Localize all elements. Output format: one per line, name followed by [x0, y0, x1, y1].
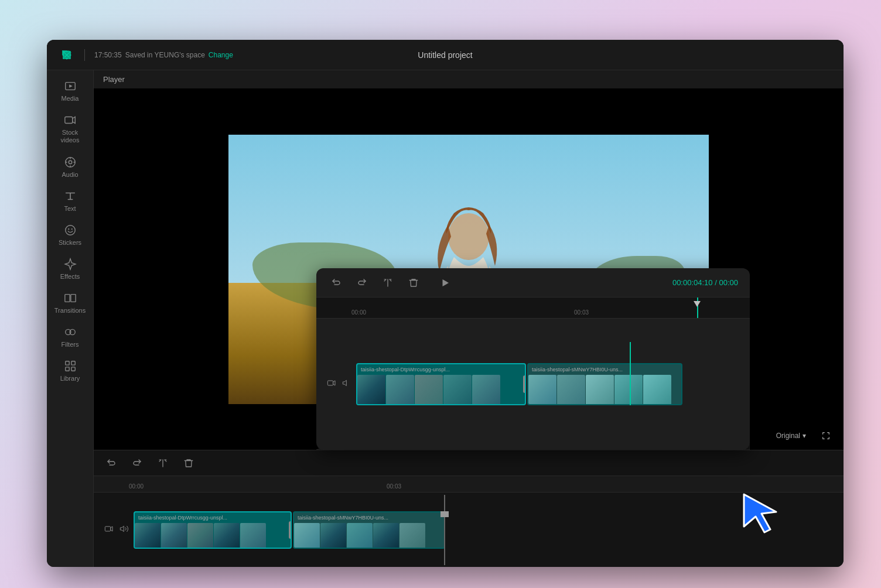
svg-rect-16	[71, 361, 74, 365]
clip-1[interactable]: taisiia-shestopal-DtpWrrcusgg-unspl...	[134, 511, 292, 549]
sidebar-label-filters: Filters	[62, 341, 79, 348]
zoom-track-video-icon[interactable]	[327, 378, 336, 390]
sidebar-item-stickers[interactable]: Stickers	[50, 219, 91, 251]
sidebar: Media Stockvideos Audio	[47, 70, 94, 567]
sidebar-item-effects[interactable]: Effects	[50, 253, 91, 285]
zoom-delete-button[interactable]	[405, 275, 422, 291]
sidebar-item-library[interactable]: Library	[50, 355, 91, 387]
filters-icon	[64, 326, 77, 339]
app-window: 17:50:35 Saved in YEUNG's space Change U…	[47, 40, 844, 567]
zoom-playhead-head	[694, 301, 701, 307]
zoom-thumb-1	[357, 375, 385, 405]
clip-1-separator[interactable]	[289, 521, 292, 539]
app-logo[interactable]	[59, 47, 75, 63]
sidebar-label-stock-videos: Stockvideos	[61, 129, 80, 144]
bottom-controls: Original ▾	[771, 428, 834, 444]
svg-point-19	[448, 213, 489, 260]
media-icon	[64, 80, 77, 93]
stickers-icon	[64, 224, 77, 237]
sidebar-item-text[interactable]: Text	[50, 185, 91, 217]
zoom-thumb-7	[557, 375, 585, 405]
sidebar-label-media: Media	[62, 95, 79, 102]
zoom-clip-1-separator[interactable]	[523, 375, 526, 393]
track-video-controls	[100, 524, 134, 536]
sidebar-label-library: Library	[60, 375, 80, 382]
cursor-arrow	[738, 488, 785, 538]
svg-rect-21	[105, 527, 110, 531]
track-audio-icon[interactable]	[119, 524, 129, 536]
svg-point-6	[69, 161, 72, 165]
zoom-play-button[interactable]	[436, 274, 455, 292]
timeline-toolbar	[94, 450, 844, 476]
expand-button[interactable]	[818, 428, 834, 444]
svg-rect-24	[327, 381, 333, 385]
zoom-thumb-4	[443, 375, 472, 405]
zoom-time-display: 00:00:04:10 / 00:00	[672, 278, 738, 287]
zoom-clip-2[interactable]: taisiia-shestopal-sMNwY7HBI0U-uns...	[527, 363, 682, 405]
zoom-thumb-9	[614, 375, 643, 405]
zoom-ruler-mark-3: 00:03	[574, 309, 589, 316]
svg-rect-4	[64, 117, 72, 124]
zoom-redo-button[interactable]	[354, 275, 370, 291]
svg-marker-23	[443, 279, 449, 286]
library-icon	[64, 360, 77, 372]
zoom-ruler-playhead	[697, 298, 698, 318]
delete-button[interactable]	[180, 455, 197, 471]
thumb-4	[214, 523, 240, 549]
svg-rect-15	[65, 361, 69, 365]
zoom-thumb-5	[472, 375, 500, 405]
svg-rect-17	[65, 367, 69, 371]
svg-rect-10	[64, 295, 69, 302]
topbar-save-info: 17:50:35 Saved in YEUNG's space Change	[94, 51, 233, 59]
timeline-ruler: 00:00 00:03	[94, 476, 844, 493]
audio-icon	[64, 156, 77, 169]
zoom-thumb-3	[415, 375, 443, 405]
project-title: Untitled project	[418, 50, 472, 60]
save-time: 17:50:35	[94, 51, 122, 59]
sidebar-item-media[interactable]: Media	[50, 75, 91, 107]
zoom-current-time: 00:00:04:10	[672, 278, 713, 287]
svg-point-9	[71, 228, 72, 230]
svg-point-8	[68, 228, 69, 230]
timeline-section: 00:00 00:03	[94, 450, 844, 567]
split-button[interactable]	[155, 455, 171, 471]
zoom-clip-1[interactable]: taisiia-shestopal-DtpWrrcusgg-unspl...	[356, 363, 526, 405]
redo-button[interactable]	[129, 455, 145, 471]
svg-point-7	[65, 225, 75, 235]
topbar-divider	[84, 49, 85, 61]
undo-button[interactable]	[103, 455, 119, 471]
stock-videos-icon	[64, 114, 77, 127]
sidebar-label-text: Text	[64, 205, 76, 212]
timeline-content: 00:00 00:03	[94, 476, 844, 567]
svg-rect-11	[70, 295, 75, 302]
thumb-6	[294, 523, 320, 549]
sidebar-label-transitions: Transitions	[54, 307, 86, 314]
thumb-9	[373, 523, 399, 549]
clip-1-label: taisiia-shestopal-DtpWrrcusgg-unspl...	[138, 515, 227, 521]
zoom-split-button[interactable]	[380, 275, 396, 291]
save-status: Saved in YEUNG's space	[125, 51, 205, 59]
original-ratio-button[interactable]: Original ▾	[771, 429, 811, 442]
thumb-1	[135, 523, 161, 549]
timeline-tracks: taisiia-shestopal-DtpWrrcusgg-unspl...	[94, 493, 844, 567]
clip-2-label: taisiia-shestopal-sMNwY7HBI0U-uns...	[298, 515, 388, 521]
zoom-clip-container: taisiia-shestopal-DtpWrrcusgg-unspl... t…	[356, 363, 682, 405]
thumb-5	[240, 523, 266, 549]
zoom-clip-2-label: taisiia-shestopal-sMNwY7HBI0U-uns...	[532, 367, 623, 372]
zoom-undo-button[interactable]	[328, 275, 344, 291]
topbar: 17:50:35 Saved in YEUNG's space Change U…	[47, 40, 844, 70]
zoom-track-audio-icon[interactable]	[342, 378, 351, 390]
change-link[interactable]: Change	[209, 51, 233, 59]
thumb-3	[187, 523, 213, 549]
zoom-clip-1-label: taisiia-shestopal-DtpWrrcusgg-unspl...	[361, 367, 450, 372]
sidebar-item-transitions[interactable]: Transitions	[50, 287, 91, 319]
zoom-tracks: taisiia-shestopal-DtpWrrcusgg-unspl... t…	[316, 319, 750, 450]
text-icon	[64, 190, 77, 203]
sidebar-item-audio[interactable]: Audio	[50, 151, 91, 183]
sidebar-item-filters[interactable]: Filters	[50, 321, 91, 353]
ruler-mark-3: 00:03	[387, 483, 401, 490]
clip-2[interactable]: taisiia-shestopal-sMNwY7HBI0U-uns...	[293, 511, 445, 549]
sidebar-item-stock-videos[interactable]: Stockvideos	[50, 109, 91, 149]
expand-icon	[821, 431, 831, 440]
track-video-icon[interactable]	[104, 524, 114, 536]
